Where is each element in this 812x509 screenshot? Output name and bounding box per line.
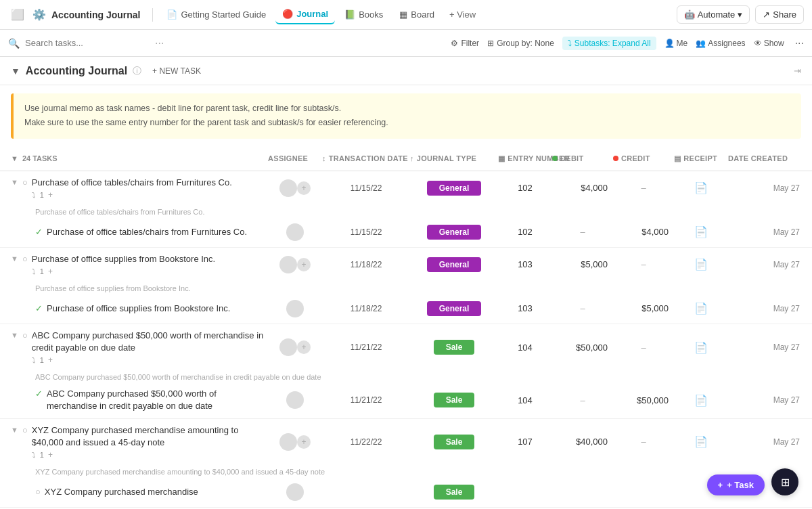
assignee-cell: + [268, 338, 322, 356]
task-check-button[interactable]: ○ [22, 330, 28, 340]
subtasks-icon: ⤵ [568, 39, 572, 48]
automate-button[interactable]: 🤖 Automate ▾ [677, 5, 750, 24]
tab-board[interactable]: ▦ Board [392, 5, 441, 24]
receipt-icon[interactable]: 📄 [694, 341, 708, 354]
debit-cell: $40,000 [552, 437, 613, 447]
receipt-cell: 📄 [674, 341, 728, 354]
col-journal-type[interactable]: ↑ JOURNAL TYPE [410, 154, 498, 162]
subtask-credit-cell: $4,000 [613, 227, 674, 237]
credit-cell: – [613, 183, 674, 193]
collapse-list-button[interactable]: ▼ [11, 66, 20, 76]
journal-badge: General [427, 257, 482, 272]
app-icon[interactable]: ⚙️ [30, 5, 49, 24]
avatar [286, 300, 304, 317]
filter-button[interactable]: ⚙ Filter [451, 39, 479, 48]
table-row: ▼ ○ Purchase of office tables/chairs fro… [0, 171, 812, 205]
subtask-credit-cell: $5,000 [613, 303, 674, 313]
page-header: ▼ Accounting Journal ⓘ + NEW TASK ⇥ [0, 57, 812, 85]
assignees-filter-button[interactable]: 👥 Assignees [696, 39, 745, 48]
receipt-cell: 📄 [674, 435, 728, 448]
task-check-button[interactable]: ○ [22, 177, 28, 187]
subtask-check-button[interactable]: ✓ [35, 227, 43, 237]
avatar [279, 433, 297, 451]
tab-books[interactable]: 📗 Books [338, 5, 390, 24]
subtask-count: 1 [40, 356, 44, 364]
expand-subtask-button[interactable]: ▼ [11, 178, 18, 186]
receipt-col-icon: ▤ [674, 154, 681, 163]
collapse-all-icon[interactable]: ▼ [11, 154, 18, 162]
avatar [286, 483, 304, 501]
subtask-date-cell: 11/21/22 [322, 395, 410, 405]
subtask-check-button[interactable]: ✓ [35, 303, 43, 313]
date-created-cell: May 27 [728, 437, 803, 447]
share-button[interactable]: ↗ Share [755, 5, 804, 24]
task-text: Purchase of office tables/chairs from Fu… [32, 177, 232, 189]
expand-subtask-button[interactable]: ▼ [11, 331, 18, 339]
subtask-date-created-cell: May 27 [728, 304, 803, 313]
new-task-button[interactable]: + NEW TASK [147, 64, 206, 78]
automate-icon: 🤖 [684, 9, 695, 20]
toolbar-right: ⚙ Filter ⊞ Group by: None ⤵ Subtasks: Ex… [451, 37, 804, 50]
group-by-button[interactable]: ⊞ Group by: None [487, 39, 554, 48]
expand-subtask-button[interactable]: ▼ [11, 255, 18, 263]
task-check-button[interactable]: ○ [22, 254, 28, 264]
show-button[interactable]: 👁 Show [754, 39, 784, 48]
add-assignee-button[interactable]: + [297, 258, 311, 271]
add-assignee-button[interactable]: + [297, 340, 311, 354]
receipt-cell: 📄 [674, 258, 728, 271]
tab-getting-started[interactable]: 📄 Getting Started Guide [160, 5, 273, 24]
journal-badge: General [427, 301, 482, 316]
info-icon[interactable]: ⓘ [133, 65, 141, 77]
receipt-icon[interactable]: 📄 [694, 181, 708, 194]
journal-badge: Sale [434, 485, 475, 500]
row-group-1: ▼ ○ Purchase of office tables/chairs fro… [0, 171, 812, 248]
receipt-icon[interactable]: 📄 [694, 225, 708, 238]
add-subtask-button[interactable]: + [48, 355, 53, 365]
subtask-check-button[interactable]: ✓ [35, 389, 43, 399]
task-meta: ⤵ 1 + [32, 355, 268, 365]
task-meta: ⤵ 1 + [32, 190, 232, 200]
journal-badge: Sale [434, 435, 475, 449]
tab-journal[interactable]: 🔴 Journal [275, 5, 335, 24]
subtask-row: ✓ Purchase of office supplies from Books… [0, 294, 812, 324]
share-icon: ↗ [763, 9, 770, 20]
receipt-icon[interactable]: 📄 [694, 394, 708, 407]
receipt-icon[interactable]: 📄 [694, 258, 708, 271]
subtasks-expand-button[interactable]: ⤵ Subtasks: Expand All [562, 37, 656, 50]
row-group-3: ▼ ○ ABC Company purchased $50,000 worth … [0, 324, 812, 419]
add-task-button[interactable]: + + Task [707, 474, 765, 495]
task-count: ▼ 24 TASKS [11, 154, 268, 162]
receipt-icon[interactable]: 📄 [694, 435, 708, 448]
subtask-date-cell: 11/15/22 [322, 227, 410, 237]
subtask-receipt-cell: 📄 [674, 302, 728, 315]
task-name-cell: ▼ ○ XYZ Company purchased merchandise am… [11, 419, 268, 465]
col-transaction-date[interactable]: ↕ TRANSACTION DATE [322, 154, 410, 162]
add-assignee-button[interactable]: + [297, 181, 311, 195]
page-title: Accounting Journal [26, 65, 127, 77]
add-subtask-button[interactable]: + [48, 267, 53, 276]
subtask-assignee-cell [268, 391, 322, 409]
col-assignee: ASSIGNEE [268, 154, 322, 162]
subtask-text: ABC Company purchased $50,000 worth of m… [47, 388, 268, 412]
add-subtask-button[interactable]: + [48, 450, 53, 460]
credit-cell: – [613, 342, 674, 353]
more-toolbar-options[interactable]: ··· [795, 37, 804, 49]
add-assignee-button[interactable]: + [297, 435, 311, 449]
collapse-right-icon[interactable]: ⇥ [794, 66, 801, 76]
expand-subtask-button[interactable]: ▼ [11, 426, 18, 434]
home-icon[interactable]: ⬜ [8, 5, 27, 24]
receipt-icon[interactable]: 📄 [694, 302, 708, 315]
more-options-icon[interactable]: ··· [155, 37, 164, 49]
task-check-button[interactable]: ○ [22, 425, 28, 435]
board-icon: ▦ [399, 9, 407, 20]
search-input[interactable] [25, 38, 147, 48]
task-name-cell: ▼ ○ ABC Company purchased $50,000 worth … [11, 324, 268, 370]
add-subtask-button[interactable]: + [48, 190, 53, 200]
subtask-journal-cell: General [410, 301, 498, 316]
grid-view-button[interactable]: ⊞ [771, 468, 798, 495]
subtask-journal-cell: Sale [410, 485, 498, 500]
journal-type-cell: Sale [410, 340, 498, 355]
subtask-check-button[interactable]: ○ [35, 487, 41, 497]
me-filter-button[interactable]: 👤 Me [664, 39, 688, 48]
add-view-button[interactable]: + View [444, 6, 481, 23]
